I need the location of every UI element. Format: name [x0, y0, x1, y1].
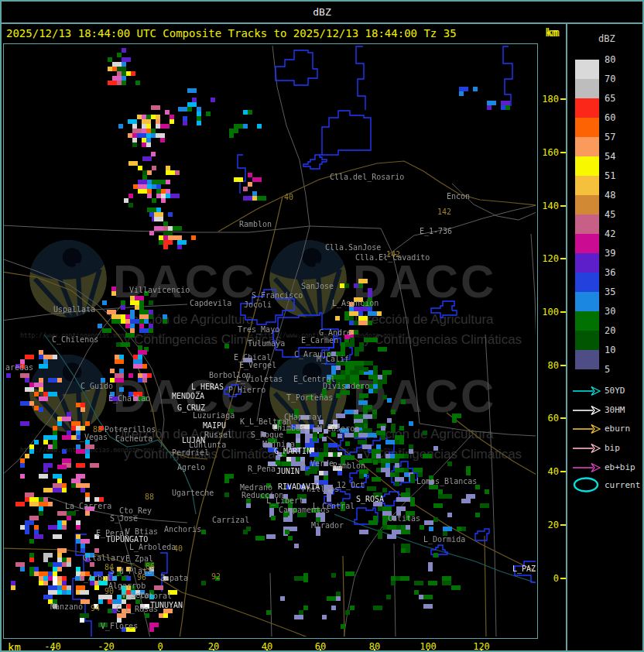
- map-place-label: L_Arboleda: [129, 543, 176, 551]
- map-place-label: Anchoris: [164, 525, 201, 534]
- map-place-label: Tres_Mayo: [238, 325, 279, 334]
- legend-50YD-arrow-icon: [572, 386, 601, 396]
- legend-30HM-arrow-icon: [572, 405, 601, 416]
- y-axis-tick-label: 80: [537, 360, 559, 371]
- x-axis-tick: [320, 649, 321, 652]
- colorbar-label: 10: [605, 345, 615, 355]
- map-place-label: Ugarteche: [172, 489, 214, 497]
- colorbar-label: 48: [605, 190, 615, 201]
- map-city-label: G_CRUZ: [177, 403, 205, 412]
- y-axis-tick-label: 100: [537, 307, 559, 317]
- colorbar-block: [575, 214, 599, 234]
- map-place-label: E_Vergel: [239, 361, 276, 369]
- legend-row: bip: [572, 442, 601, 455]
- legend-eburn-arrow-icon: [572, 424, 601, 434]
- map-place-label: M_Caseros: [317, 424, 359, 433]
- map-city-label: TUNUYAN: [150, 601, 183, 609]
- map-place-label: Tulumaya: [248, 339, 285, 348]
- map-place-label: Potrerillos: [104, 425, 156, 434]
- y-axis-tick-label: 20: [537, 520, 559, 530]
- map-place-label: Agrelo: [177, 463, 205, 472]
- road-number-label: 142: [386, 250, 400, 259]
- legend-row: eburn: [572, 423, 601, 435]
- colorbar-label: 70: [605, 74, 615, 84]
- map-city-label: LUJAN: [182, 436, 205, 444]
- colorbar-label: 51: [605, 170, 615, 181]
- x-axis-tick: [427, 649, 429, 652]
- map-place-label: L_Central: [313, 502, 355, 510]
- colorbar-label: 36: [605, 267, 615, 278]
- map-place-label: E_1-736: [420, 227, 452, 235]
- legend-label: bip: [605, 443, 620, 453]
- colorbar-block: [575, 311, 599, 331]
- colorbar-label: 30: [605, 306, 615, 317]
- colorbar-label: 54: [605, 151, 615, 162]
- colorbar-title: dBZ: [598, 33, 615, 44]
- colorbar-block: [575, 176, 599, 195]
- y-axis-tick-label: 60: [537, 413, 559, 424]
- map-city-label: L_PAZ: [512, 564, 536, 573]
- map-place-label: Ramblon: [333, 462, 365, 470]
- colorbar-label: 65: [605, 93, 615, 104]
- map-place-label: Cacheuta: [115, 434, 152, 443]
- map-place-label: S_Jose: [110, 514, 138, 523]
- map-city-label: L_HERAS: [191, 383, 224, 391]
- map-place-label: Perdriel: [172, 448, 209, 457]
- legend-label: 30HM: [605, 405, 625, 415]
- x-axis-tick: [213, 649, 214, 652]
- colorbar-block: [575, 98, 599, 118]
- map-city-label: MAIPU: [203, 421, 226, 430]
- colorbar-block: [575, 234, 599, 253]
- legend-row: current: [572, 479, 601, 492]
- road-number-label: 90: [104, 587, 114, 595]
- map-place-label: L_Asuncion: [332, 299, 379, 307]
- x-axis-tick: [105, 649, 107, 652]
- map-place-label: Totoral: [139, 592, 172, 600]
- map-city-label: S_ROSA: [356, 495, 384, 503]
- map-place-label: E_Challao: [108, 394, 150, 403]
- road-number-label: 40: [173, 544, 183, 553]
- map-place-label: Gltallary: [83, 554, 125, 562]
- map-place-label: Catitas: [388, 514, 420, 523]
- map-place-label: Clla.del_Rosario: [330, 173, 404, 181]
- colorbar-label: 20: [605, 325, 615, 336]
- colorbar-block: [575, 118, 599, 137]
- colorbar-block: [575, 350, 599, 369]
- map-place-label: R_Peña: [248, 465, 276, 473]
- x-axis-tick: [481, 649, 482, 652]
- map-place-label: La_Carrera: [65, 502, 111, 510]
- colorbar-block: [575, 331, 599, 350]
- y-axis-tick-label: 120: [537, 253, 559, 264]
- map-place-label: Uspallata: [53, 305, 95, 314]
- y-axis-tick-label: 160: [537, 147, 559, 158]
- road-number-label: 86: [146, 562, 155, 571]
- colorbar-block: [575, 253, 599, 273]
- road-number-label: 96: [137, 573, 146, 582]
- x-axis-tick: [159, 649, 161, 652]
- road-number-label: 142: [437, 208, 451, 216]
- timestamp-text: 2025/12/13 18:44:00 UTC Composite Tracks…: [6, 27, 457, 39]
- map-place-label: S_Roque: [251, 431, 283, 439]
- colorbar-label: 57: [605, 132, 615, 142]
- map-place-label: Algarrob: [108, 582, 146, 590]
- map-place-label: Encon: [447, 192, 470, 201]
- colorbar-label: 5: [605, 364, 610, 375]
- map-place-label: Clla.SanJose: [325, 243, 381, 252]
- colorbar-block: [575, 195, 599, 214]
- legend-eb+bip-arrow-icon: [572, 462, 601, 473]
- title-bar: dBZ: [2, 2, 642, 24]
- colorbar-block: [575, 292, 599, 311]
- colorbar-block: [575, 79, 599, 98]
- colorbar-block: [575, 273, 599, 292]
- map-place-label: Jocoli: [244, 300, 272, 309]
- legend-bip-arrow-icon: [572, 443, 601, 454]
- y-axis-tick-label: 140: [537, 201, 559, 211]
- map-place-label: L_Vegas: [75, 433, 108, 441]
- y-axis-tick-label: 180: [537, 94, 559, 105]
- window-title: dBZ: [313, 6, 331, 18]
- map-place-label: Capdevila: [190, 299, 231, 307]
- map-place-label: L_Dormida: [423, 535, 465, 544]
- road-number-label: 94: [91, 604, 100, 613]
- map-place-label: SanJose: [301, 282, 334, 290]
- map-place-label: C_Chilenos: [52, 335, 98, 344]
